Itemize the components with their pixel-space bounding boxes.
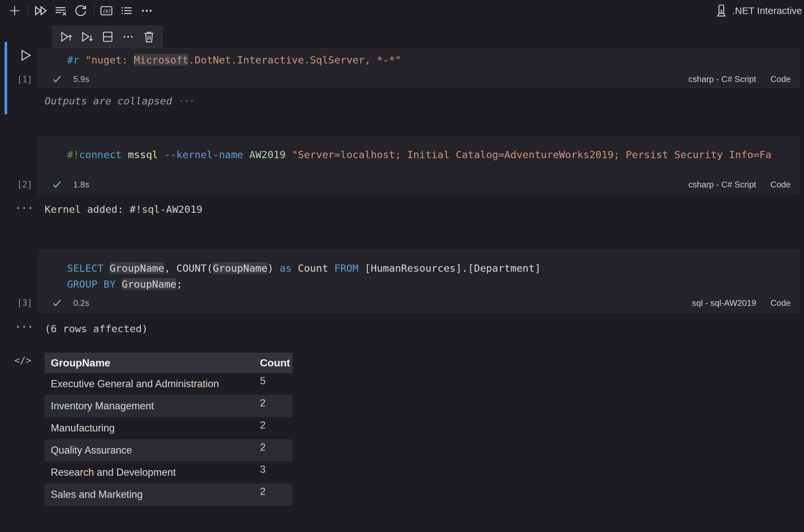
cell-more-actions-icon[interactable] [121, 30, 135, 44]
code-token: GroupName [122, 278, 176, 290]
table-row: Research and Development3 [44, 461, 292, 483]
run-cell-button[interactable] [18, 48, 32, 63]
code-token: #r [67, 54, 79, 66]
outline-icon[interactable] [119, 3, 134, 18]
expand-outputs-icon[interactable]: ··· [179, 96, 195, 106]
count-cell: 3 [260, 461, 292, 475]
code-cell-1: #r "nuget: Microsoft.DotNet.Interactive.… [38, 48, 800, 88]
execution-count-2: [2] [15, 179, 35, 189]
success-check-icon [52, 74, 62, 84]
more-actions-icon[interactable] [139, 3, 154, 18]
success-check-icon [52, 298, 62, 308]
table-row: Sales and Marketing2 [44, 483, 292, 506]
group-name-cell: Research and Development [51, 467, 260, 478]
cell-type-label[interactable]: Code [770, 298, 791, 308]
group-name-cell: Sales and Marketing [51, 489, 260, 500]
split-cell-icon[interactable] [100, 30, 115, 44]
count-cell: 5 [260, 373, 292, 387]
code-line: #!connect mssql --kernel-name AW2019 "Se… [67, 147, 797, 163]
execute-below-icon[interactable] [80, 30, 94, 44]
code-token [243, 149, 249, 160]
cell-type-label[interactable]: Code [770, 179, 791, 190]
variables-view-icon[interactable]: (x) [99, 3, 114, 18]
execution-duration: 0.2s [73, 298, 89, 308]
code-token: GroupName [110, 262, 164, 274]
code-token: Count [292, 262, 334, 274]
code-token [103, 262, 110, 274]
add-cell-icon[interactable] [7, 3, 22, 18]
table-row: Executive General and Administration5 [44, 373, 292, 395]
code-token: SELECT [67, 262, 103, 274]
code-editor[interactable]: #r "nuget: Microsoft.DotNet.Interactive.… [67, 48, 797, 72]
delete-cell-icon[interactable] [142, 30, 156, 44]
code-token: as [280, 262, 291, 274]
code-editor[interactable]: SELECT GroupName, COUNT(GroupName) as Co… [67, 250, 797, 298]
cell-type-label[interactable]: Code [770, 74, 791, 84]
rows-affected-output: (6 rows affected) [44, 323, 148, 335]
notebook-toolbar: (x) [0, 0, 804, 21]
code-token: ; [176, 278, 183, 290]
toolbar-divider [94, 5, 94, 16]
code-cell-2: #!connect mssql --kernel-name AW2019 "Se… [38, 137, 800, 194]
execution-count-1: [1] [15, 75, 35, 84]
count-cell: 2 [260, 395, 292, 409]
restart-kernel-icon[interactable] [73, 3, 88, 18]
code-token: AW2019 [249, 149, 286, 160]
cell-status-bar: 1.8s csharp - C# Script Code [39, 177, 800, 192]
vscode-notebook-window: (x) .NET Interactive [0, 0, 804, 532]
outputs-collapsed-text: Outputs are collapsed [44, 95, 172, 107]
count-cell: 2 [260, 417, 292, 431]
table-row: Quality Assurance2 [44, 439, 292, 461]
code-line: SELECT GroupName, COUNT(GroupName) as Co… [67, 260, 797, 276]
code-editor[interactable]: #!connect mssql --kernel-name AW2019 "Se… [67, 137, 797, 179]
kernel-picker-label: .NET Interactive [732, 5, 802, 16]
code-token [115, 278, 122, 290]
output-menu-icon[interactable]: ··· [15, 321, 34, 332]
focused-cell-indicator [4, 42, 7, 115]
code-token: "nuget: [85, 54, 134, 66]
kernel-icon [714, 4, 728, 18]
code-token: , COUNT( [164, 262, 213, 274]
code-token [79, 54, 85, 66]
code-token: mssql [128, 149, 158, 160]
cell-status-bar: 0.2s sql - sql-AW2019 Code [39, 296, 800, 310]
group-name-cell: Manufacturing [51, 422, 260, 434]
code-cell-3: SELECT GroupName, COUNT(GroupName) as Co… [38, 250, 800, 313]
kernel-picker[interactable]: .NET Interactive [714, 0, 802, 21]
code-token: FROM [334, 262, 359, 274]
output-menu-icon[interactable]: ··· [15, 203, 34, 214]
code-token: #! [67, 149, 79, 160]
code-token: [HumanResources].[Department] [359, 262, 541, 274]
table-body: Executive General and Administration5Inv… [44, 373, 292, 506]
svg-text:(x): (x) [103, 8, 110, 14]
execute-above-icon[interactable] [59, 30, 74, 44]
column-header: GroupName [51, 357, 260, 369]
code-token: --kernel-name [164, 149, 243, 160]
output-mime-switcher-icon[interactable]: </> [14, 355, 31, 366]
cell-language-picker[interactable]: csharp - C# Script [689, 179, 756, 190]
code-token [286, 149, 292, 160]
column-header: Count [260, 357, 292, 369]
clear-outputs-icon[interactable] [53, 3, 68, 18]
count-cell: 2 [260, 439, 292, 453]
code-token: Microsoft [134, 54, 188, 66]
group-name-cell: Inventory Management [51, 400, 260, 412]
group-name-cell: Executive General and Administration [51, 378, 260, 390]
execution-duration: 1.8s [73, 179, 89, 190]
success-check-icon [52, 179, 62, 190]
run-all-icon[interactable] [33, 3, 48, 18]
code-token: GROUP BY [67, 278, 115, 290]
execution-count-3: [3] [15, 298, 35, 308]
table-row: Inventory Management2 [44, 395, 292, 417]
toolbar-divider [28, 5, 28, 16]
code-token: ) [267, 262, 280, 274]
code-line: GROUP BY GroupName; [67, 276, 797, 292]
table-row: Manufacturing2 [44, 417, 292, 439]
cell-language-picker[interactable]: sql - sql-AW2019 [692, 298, 756, 308]
cell-language-picker[interactable]: csharp - C# Script [689, 74, 756, 84]
code-token: connect [79, 149, 122, 160]
table-header-row: GroupNameCount [44, 353, 292, 373]
execution-duration: 5.9s [73, 74, 89, 84]
group-name-cell: Quality Assurance [51, 444, 260, 456]
code-token: GroupName [213, 262, 267, 274]
